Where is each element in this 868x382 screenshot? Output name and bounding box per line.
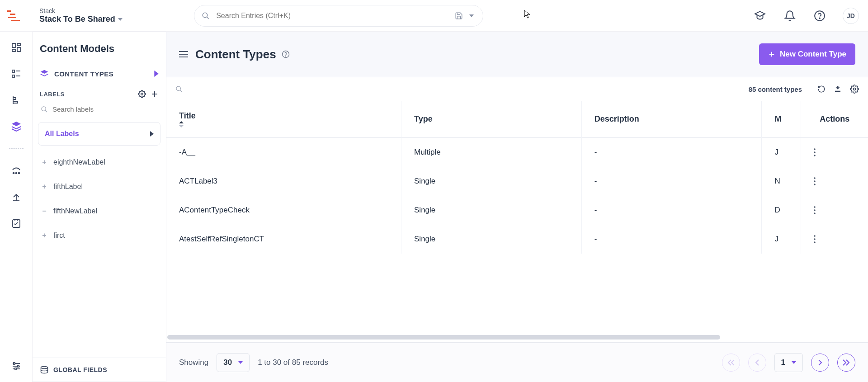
last-page-button[interactable] <box>837 354 855 372</box>
svg-line-30 <box>45 110 47 112</box>
user-avatar[interactable]: JD <box>843 8 859 24</box>
svg-rect-10 <box>17 47 20 52</box>
svg-point-7 <box>819 18 820 19</box>
toggle-sidebar-icon[interactable] <box>179 51 188 58</box>
svg-point-42 <box>854 88 856 90</box>
help-icon[interactable] <box>282 50 290 58</box>
column-title[interactable]: Title <box>166 101 401 137</box>
svg-line-40 <box>180 90 182 92</box>
row-actions-button[interactable] <box>801 225 868 254</box>
entries-icon[interactable] <box>9 67 23 80</box>
svg-point-4 <box>203 13 208 18</box>
table-search-icon[interactable] <box>175 85 183 93</box>
svg-rect-1 <box>10 14 15 15</box>
label-name: fifthLabel <box>53 183 83 191</box>
next-page-button[interactable] <box>811 354 829 372</box>
horizontal-scrollbar[interactable] <box>167 335 867 340</box>
cell-type: Single <box>401 196 582 225</box>
search-input[interactable] <box>216 12 453 20</box>
svg-rect-41 <box>835 91 840 92</box>
label-item[interactable]: +firct <box>33 223 166 248</box>
content-type-count: 85 content types <box>749 85 802 93</box>
learn-icon[interactable] <box>753 9 767 23</box>
svg-point-26 <box>141 93 143 95</box>
column-actions: Actions <box>801 101 868 137</box>
svg-rect-2 <box>8 17 16 18</box>
page-number-select[interactable]: 1 <box>774 353 803 372</box>
label-item[interactable]: +fifthLabel <box>33 174 166 199</box>
column-type[interactable]: Type <box>401 101 582 137</box>
more-vertical-icon <box>814 206 816 214</box>
column-modified[interactable]: M <box>762 101 801 137</box>
label-name: fifthNewLabel <box>53 207 97 215</box>
app-logo[interactable] <box>5 7 24 25</box>
expand-icon: + <box>41 231 48 240</box>
table-row[interactable]: -A__Multiple-J <box>166 137 868 167</box>
save-search-icon[interactable] <box>453 10 465 22</box>
row-actions-button[interactable] <box>801 167 868 196</box>
chevron-right-icon <box>154 71 159 77</box>
records-range: 1 to 30 of 85 records <box>258 358 328 367</box>
expand-icon: + <box>41 158 48 166</box>
label-item[interactable]: +eighthNewLabel <box>33 150 166 174</box>
import-icon[interactable] <box>834 85 842 93</box>
table-settings-icon[interactable] <box>850 85 859 94</box>
settings-icon[interactable] <box>9 359 23 373</box>
svg-point-35 <box>282 51 289 58</box>
cell-title: ACTLabel3 <box>166 167 401 196</box>
row-actions-button[interactable] <box>801 196 868 225</box>
page-size-select[interactable]: 30 <box>217 353 250 372</box>
svg-point-53 <box>814 238 816 240</box>
label-name: eighthNewLabel <box>53 158 105 166</box>
refresh-icon[interactable] <box>817 85 826 93</box>
prev-page-button[interactable] <box>748 354 766 372</box>
publish-queue-icon[interactable] <box>9 164 23 178</box>
more-vertical-icon <box>814 235 816 243</box>
svg-point-29 <box>42 107 46 111</box>
svg-rect-11 <box>12 49 15 52</box>
labels-settings-icon[interactable] <box>138 90 146 98</box>
svg-rect-12 <box>12 70 14 72</box>
table-row[interactable]: ACTLabel3Single-N <box>166 167 868 196</box>
showing-label: Showing <box>179 358 208 367</box>
all-labels-item[interactable]: All Labels <box>38 122 160 146</box>
content-models-panel: Content Models CONTENT TYPES LABELS All … <box>33 32 166 382</box>
assets-icon[interactable] <box>9 93 23 107</box>
first-page-button[interactable] <box>722 354 740 372</box>
svg-point-36 <box>285 56 286 56</box>
chevron-down-icon <box>118 18 123 21</box>
svg-rect-9 <box>17 43 20 46</box>
releases-icon[interactable] <box>9 190 23 204</box>
stack-name: Stack To Be Shared <box>39 14 115 24</box>
svg-point-31 <box>41 367 48 369</box>
stack-selector[interactable]: Stack Stack To Be Shared <box>39 7 123 24</box>
label-item[interactable]: −fifthNewLabel <box>33 199 166 223</box>
svg-point-44 <box>814 151 816 153</box>
search-icon <box>202 12 210 20</box>
dashboard-icon[interactable] <box>9 41 23 54</box>
column-description[interactable]: Description <box>581 101 762 137</box>
panel-title: Content Models <box>33 32 166 64</box>
search-labels-input[interactable] <box>52 105 158 113</box>
content-types-nav[interactable]: CONTENT TYPES <box>33 64 166 84</box>
table-row[interactable]: AtestSelfRefSingletonCTSingle-J <box>166 225 868 254</box>
add-label-icon[interactable] <box>151 90 159 98</box>
svg-rect-14 <box>12 75 14 77</box>
global-search[interactable] <box>194 5 483 27</box>
tasks-icon[interactable] <box>9 217 23 230</box>
content-models-icon[interactable] <box>9 119 23 133</box>
globe-stack-icon <box>40 365 49 374</box>
global-fields-nav[interactable]: GLOBAL FIELDS <box>33 358 166 382</box>
search-dropdown-icon[interactable] <box>467 13 476 19</box>
svg-point-54 <box>814 241 816 243</box>
plus-icon <box>768 51 775 58</box>
more-vertical-icon <box>814 148 816 156</box>
row-actions-button[interactable] <box>801 137 868 167</box>
new-content-type-button[interactable]: New Content Type <box>759 43 855 65</box>
svg-line-5 <box>207 17 209 19</box>
help-icon[interactable] <box>813 9 826 23</box>
notifications-icon[interactable] <box>783 9 797 23</box>
cell-type: Single <box>401 167 582 196</box>
table-row[interactable]: AContentTypeCheckSingle-D <box>166 196 868 225</box>
cell-modified: J <box>762 225 801 254</box>
